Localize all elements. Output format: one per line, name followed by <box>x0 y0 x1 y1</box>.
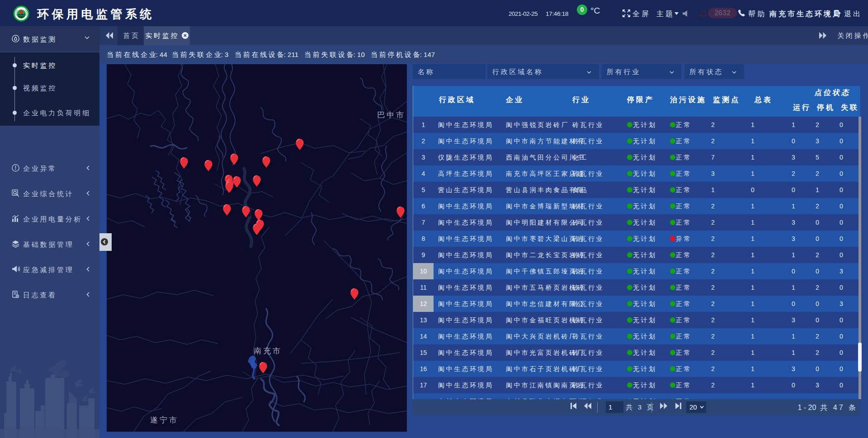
svg-text:巴中市: 巴中市 <box>377 111 406 119</box>
svg-text:南充市: 南充市 <box>254 347 282 355</box>
svg-text:遂宁市: 遂宁市 <box>150 416 179 424</box>
